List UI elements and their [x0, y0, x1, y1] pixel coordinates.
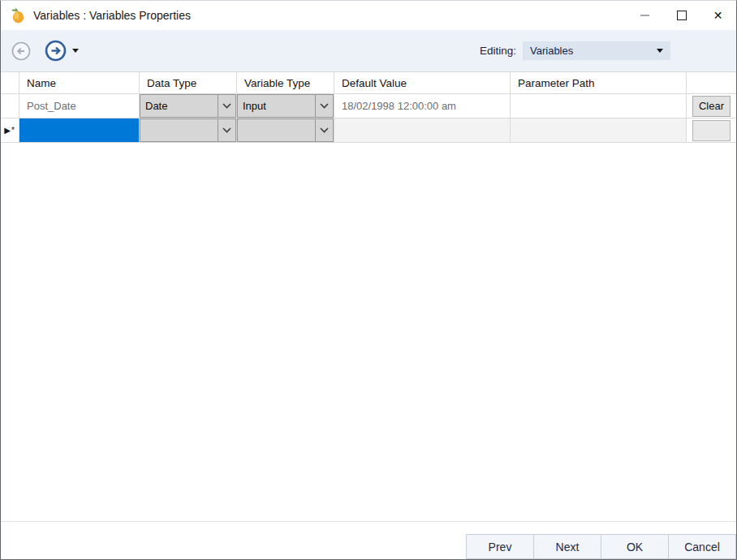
ok-button[interactable]: OK — [601, 534, 669, 559]
column-header-data-type[interactable]: Data Type — [140, 72, 237, 94]
back-button[interactable] — [11, 41, 31, 61]
maximize-button[interactable] — [663, 1, 700, 30]
minimize-icon — [640, 15, 649, 16]
data-type-combo[interactable]: Date — [140, 94, 237, 118]
maximize-icon — [677, 11, 687, 20]
prev-button[interactable]: Prev — [466, 534, 534, 559]
clear-button-disabled[interactable] — [692, 120, 731, 141]
forward-button[interactable] — [45, 40, 67, 62]
next-button[interactable]: Next — [533, 534, 601, 559]
editing-group: Editing: Variables — [480, 41, 670, 60]
action-cell: Clear — [687, 94, 736, 118]
editing-label: Editing: — [480, 45, 516, 57]
row-selector[interactable] — [1, 94, 19, 118]
name-cell-selected[interactable] — [19, 118, 140, 143]
variable-type-combo[interactable] — [237, 118, 334, 143]
action-cell — [687, 118, 736, 143]
editing-select[interactable]: Variables — [523, 41, 670, 60]
footer-bar: Prev Next OK Cancel — [1, 521, 736, 559]
title-bar: Variables : Variables Properties ✕ — [1, 1, 736, 30]
footer-buttons: Prev Next OK Cancel — [467, 534, 736, 559]
variables-properties-dialog: Variables : Variables Properties ✕ — [0, 0, 737, 560]
column-header-actions — [687, 72, 736, 94]
chevron-down-icon[interactable] — [315, 95, 333, 117]
chevron-down-icon[interactable] — [218, 119, 235, 141]
variable-type-combo[interactable]: Input — [237, 94, 334, 118]
back-arrow-circle-icon — [11, 41, 31, 61]
default-value-cell[interactable]: 18/02/1998 12:00:00 am — [334, 94, 511, 118]
variable-type-value: Input — [238, 100, 315, 112]
column-header-default-value[interactable]: Default Value — [334, 72, 511, 94]
app-mango-icon — [10, 7, 26, 24]
chevron-down-icon[interactable] — [218, 95, 235, 117]
variables-grid: Name Data Type Variable Type Default Val… — [1, 71, 736, 143]
parameter-path-cell[interactable] — [511, 94, 687, 118]
column-header-row-selector — [1, 72, 19, 94]
default-value-cell[interactable] — [334, 118, 511, 143]
data-type-value: Date — [140, 100, 218, 112]
forward-arrow-circle-icon — [45, 40, 67, 62]
content-area — [1, 143, 736, 521]
forward-dropdown-caret-icon[interactable] — [72, 49, 79, 53]
minimize-button[interactable] — [627, 1, 663, 30]
window-title: Variables : Variables Properties — [33, 9, 191, 22]
cancel-button[interactable]: Cancel — [668, 534, 736, 559]
name-cell[interactable]: Post_Date — [19, 94, 140, 118]
close-button[interactable]: ✕ — [700, 1, 736, 30]
new-row-selector[interactable]: ▶* — [1, 118, 19, 143]
column-header-variable-type[interactable]: Variable Type — [237, 72, 334, 94]
column-header-parameter-path[interactable]: Parameter Path — [511, 72, 687, 94]
editing-select-value: Variables — [530, 45, 573, 57]
parameter-path-cell[interactable] — [511, 118, 687, 143]
toolbar: Editing: Variables — [1, 30, 736, 71]
chevron-down-icon[interactable] — [315, 119, 333, 141]
close-icon: ✕ — [713, 9, 723, 22]
clear-button[interactable]: Clear — [692, 96, 731, 117]
column-header-name[interactable]: Name — [19, 72, 140, 94]
window-controls: ✕ — [627, 1, 736, 30]
data-type-combo[interactable] — [140, 118, 237, 143]
chevron-down-icon — [657, 49, 663, 53]
